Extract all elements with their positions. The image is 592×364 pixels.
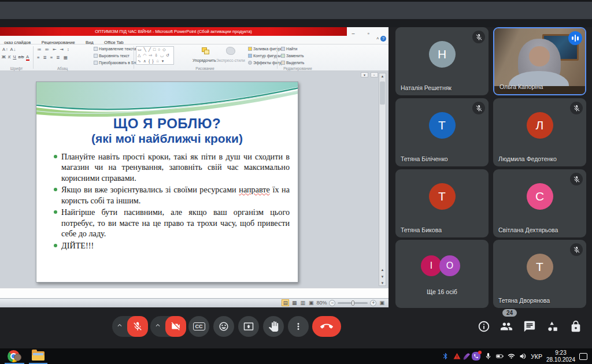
more-options-button[interactable]: [288, 316, 309, 337]
pen-icon[interactable]: [462, 352, 470, 361]
captions-button[interactable]: CC: [188, 316, 209, 337]
battery-icon[interactable]: [496, 352, 504, 360]
raise-hand-button[interactable]: [263, 316, 284, 337]
shapes-gallery[interactable]: ▭ ╲ ╱ □ ○ ◇ △ ◠ ⇨ ⇩ ◡ ↺ ∿ ∧ { } ☆ ▾: [136, 46, 174, 65]
mic-off-button[interactable]: [127, 316, 148, 337]
zoom-in-button[interactable]: +: [370, 300, 376, 306]
select-button[interactable]: Выделить: [281, 61, 304, 65]
slide-canvas[interactable]: ЩО Я РОБЛЮ? (які мої найближчі кроки) Пл…: [36, 81, 298, 283]
mini-button-expand[interactable]: ▫: [371, 72, 378, 77]
participant-name: Світлана Дехтярьова: [498, 226, 558, 233]
bullet-item-4: ДІЙТЕ!!!: [54, 240, 290, 251]
hand-icon: [268, 321, 279, 332]
avatar: Н: [429, 41, 456, 68]
next-slide-icon[interactable]: ▼: [379, 275, 386, 278]
avatar: Т: [429, 112, 456, 139]
reactions-button[interactable]: [213, 316, 234, 337]
strikethrough-button[interactable]: ab: [18, 54, 24, 60]
participant-name: Тетяна Біліченко: [401, 155, 448, 162]
browser-top-strip: [0, 2, 592, 19]
date: 28.10.2024: [546, 356, 575, 363]
find-icon: [281, 47, 285, 51]
vertical-scrollbar[interactable]: ▲ ▲ ▼ ▼: [379, 73, 386, 286]
bluetooth-icon[interactable]: [442, 352, 449, 360]
participant-tile[interactable]: Л Людмила Федотенко: [493, 98, 586, 166]
font-color-button[interactable]: А: [26, 54, 29, 61]
text-direction-icon: [94, 47, 98, 51]
text-direction-button[interactable]: Направление текста: [94, 47, 136, 51]
list-indent-icons[interactable]: ≔ ≕ ⇤ ⇥ ↕: [37, 47, 71, 52]
bullet-dot: [54, 155, 57, 158]
arrange-button[interactable]: Упорядочить: [193, 58, 216, 62]
more-participants-label: Ще 16 осіб: [395, 288, 489, 295]
alignment-icons[interactable]: ≡ ≣ ≡ ≣ ▦: [37, 55, 69, 60]
bold-button[interactable]: Ж: [2, 54, 6, 60]
language-indicator[interactable]: УКР: [531, 353, 542, 360]
underline-button[interactable]: Ч: [13, 54, 16, 60]
participant-tile[interactable]: Т Тетяна Бикова: [395, 169, 489, 237]
scroll-thumb[interactable]: [380, 81, 385, 105]
view-slideshow-button[interactable]: ▣: [308, 300, 314, 306]
shape-outline-button[interactable]: Контур фигуры: [248, 54, 281, 58]
view-reading-button[interactable]: ▥: [299, 300, 306, 306]
file-explorer-taskbar-icon[interactable]: [32, 351, 45, 361]
replace-icon: [281, 54, 285, 58]
more-participants-tile[interactable]: І О Ще 16 осіб: [395, 240, 489, 308]
quick-styles-button[interactable]: Экспресс-стили: [216, 58, 245, 62]
bullet-dot: [54, 210, 57, 214]
end-call-button[interactable]: [312, 316, 341, 337]
prev-slide-icon[interactable]: ▲: [379, 268, 386, 272]
view-sorter-button[interactable]: ▦: [291, 300, 298, 306]
participant-tile[interactable]: С Світлана Дехтярьова: [493, 169, 586, 237]
action-center-icon[interactable]: [579, 353, 587, 360]
find-button[interactable]: Найти: [281, 47, 297, 51]
present-screen-button[interactable]: [238, 316, 259, 337]
participant-tile-speaking[interactable]: Ольга Капоріна: [493, 27, 586, 95]
meeting-details-button[interactable]: [478, 320, 490, 333]
zoom-slider[interactable]: [338, 302, 368, 304]
view-normal-button[interactable]: ▤: [282, 299, 289, 306]
mic-options-chevron-icon[interactable]: [112, 321, 127, 332]
zoom-slider-thumb[interactable]: [352, 300, 354, 306]
ribbon-collapse-icon[interactable]: ˄: [376, 36, 379, 41]
mic-off-icon: [472, 31, 485, 43]
scroll-down-icon[interactable]: ▼: [379, 281, 386, 285]
shared-screen-gap: [0, 19, 592, 27]
bullet-dot: [54, 244, 57, 247]
warning-icon[interactable]: [453, 352, 461, 360]
avatar: Л: [527, 112, 553, 139]
volume-icon[interactable]: [519, 352, 527, 360]
fit-to-window-button[interactable]: ▣: [379, 300, 385, 306]
notes-strip: [0, 288, 388, 298]
bullet-item-2: Якщо ви вже зорієнтувались зі своїми рес…: [54, 184, 290, 206]
wifi-icon[interactable]: [508, 352, 515, 360]
scroll-up-icon[interactable]: ▲: [379, 73, 386, 78]
zoom-out-button[interactable]: −: [329, 300, 335, 306]
arrange-icon: [202, 47, 210, 54]
microphone-tray-icon[interactable]: [484, 352, 492, 360]
mini-button-collapse[interactable]: ▾: [361, 72, 368, 77]
align-text-button[interactable]: Выровнять текст: [94, 54, 130, 58]
drawing-group: ▭ ╲ ╱ □ ○ ◇ △ ◠ ⇨ ⇩ ◡ ↺ ∿ ∧ { } ☆ ▾ Упор…: [134, 44, 276, 71]
camera-off-button[interactable]: [165, 316, 186, 337]
help-icon[interactable]: ?: [380, 36, 386, 42]
people-icon: [500, 320, 513, 333]
participant-tile[interactable]: Н Наталія Решетняк: [395, 27, 489, 95]
bullet-item-1: Плануйте навіть прості кроки, такі як пі…: [54, 151, 290, 183]
activities-icon: [546, 320, 559, 333]
powerpoint-title-bar[interactable]: ОПТИМІЗМ ПІД ЧАС ВІЙНИ - Microsoft Power…: [0, 27, 347, 36]
participant-tile[interactable]: Т Тетяна Біліченко: [395, 98, 489, 166]
activities-button[interactable]: [546, 320, 559, 333]
viber-icon[interactable]: [472, 352, 480, 361]
drawing-group-label: Рисование: [134, 66, 276, 70]
chrome-profile-badge: [14, 354, 21, 361]
host-controls-button[interactable]: [569, 320, 582, 333]
clock[interactable]: 9:23 28.10.2024: [546, 350, 575, 363]
show-everyone-button[interactable]: [500, 320, 513, 333]
participant-tile[interactable]: Т Тетяна Дворянова: [493, 240, 586, 308]
font-size-icons[interactable]: A↑ A↓: [2, 47, 16, 52]
replace-button[interactable]: Заменить: [281, 54, 304, 58]
camera-options-chevron-icon[interactable]: [150, 321, 165, 332]
chat-button[interactable]: [523, 320, 536, 333]
italic-button[interactable]: К: [8, 54, 11, 60]
